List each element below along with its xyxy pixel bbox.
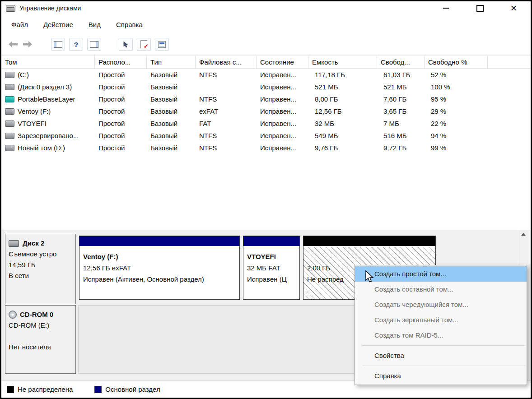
check-document-button[interactable]: [137, 38, 151, 51]
back-button[interactable]: [9, 41, 18, 47]
volume-table-header: Том Располо... Тип Файловая с... Состоян…: [1, 56, 531, 69]
column-header-filesystem[interactable]: Файловая с...: [196, 56, 257, 68]
cdrom-state: Нет носителя: [9, 342, 74, 353]
menu-separator: [362, 345, 525, 346]
disk2-info-panel[interactable]: Диск 2 Съемное устро 14,59 ГБ В сети: [5, 234, 76, 304]
volume-status: Исправен...: [257, 107, 308, 115]
column-header-free[interactable]: Свобод...: [377, 56, 425, 68]
table-row[interactable]: PortableBaseLayer Простой Базовый NTFS И…: [1, 93, 531, 105]
disk2-label: Диск 2: [23, 238, 44, 249]
toolbar: ?: [1, 34, 531, 55]
volume-name: VTOYEFI: [18, 120, 47, 127]
volume-free: 61,03 ГБ: [377, 71, 425, 79]
volume-name: Ventoy (F:): [18, 107, 51, 115]
volume-layout: Простой: [95, 83, 147, 91]
volume-free-pct: 99 %: [425, 144, 488, 152]
volume-type: Базовый: [147, 83, 196, 91]
action-pane-button[interactable]: [87, 38, 101, 51]
partition-size: 32 МБ FAT: [247, 262, 299, 274]
mouse-cursor: [364, 270, 375, 284]
menu-item-properties[interactable]: Свойства: [355, 348, 527, 363]
back-arrow-icon: [9, 41, 18, 47]
window-title: Управление дисками: [19, 5, 81, 12]
forward-arrow-icon: [23, 41, 32, 47]
table-row[interactable]: Зарезервировано... Простой Базовый NTFS …: [1, 130, 531, 142]
menu-separator: [362, 366, 525, 366]
volume-layout: Простой: [95, 71, 147, 79]
volume-capacity: 9,76 ГБ: [308, 144, 377, 152]
minimize-icon: [443, 8, 449, 9]
volume-status: Исправен...: [257, 95, 308, 103]
console-tree-button[interactable]: [51, 38, 65, 51]
table-row[interactable]: (C:) Простой Базовый NTFS Исправен... 11…: [1, 69, 531, 81]
volume-icon: [5, 121, 14, 127]
volume-layout: Простой: [95, 144, 147, 152]
volume-fs: exFAT: [196, 107, 257, 115]
menu-file[interactable]: Файл: [11, 21, 28, 28]
window-controls: ×: [429, 1, 531, 15]
volume-type: Базовый: [147, 71, 196, 79]
volume-capacity: 32 МБ: [308, 120, 377, 127]
volume-layout: Простой: [95, 120, 147, 127]
volume-free: 7 МБ: [377, 120, 425, 127]
volume-icon: [5, 96, 14, 102]
action-pane-icon: [90, 41, 98, 48]
volume-icon: [5, 84, 14, 90]
menu-item-create-spanned-volume: Создать составной том...: [355, 282, 527, 297]
volume-capacity: 521 МБ: [308, 83, 377, 91]
volume-list: Том Располо... Тип Файловая с... Состоян…: [1, 56, 531, 154]
console-tree-icon: [54, 41, 62, 48]
volume-free: 3,65 ГБ: [377, 107, 425, 115]
help-button[interactable]: ?: [69, 38, 83, 51]
volume-free-pct: 94 %: [425, 132, 488, 139]
column-header-volume[interactable]: Том: [1, 56, 95, 68]
column-header-status[interactable]: Состояние: [257, 56, 308, 68]
volume-icon: [5, 108, 14, 115]
volume-free-pct: 22 %: [425, 120, 488, 127]
volume-free: 521 МБ: [377, 83, 425, 91]
minimize-button[interactable]: [429, 1, 463, 15]
table-row[interactable]: (Диск 0 раздел 3) Простой Базовый Исправ…: [1, 81, 531, 93]
cdrom-info-panel[interactable]: CD-ROM 0 CD-ROM (E:) Нет носителя: [5, 305, 76, 374]
menu-help[interactable]: Справка: [116, 21, 143, 28]
menu-item-create-simple-volume[interactable]: Создать простой том...: [355, 266, 527, 282]
table-row[interactable]: Новый том (D:) Простой Базовый NTFS Испр…: [1, 142, 531, 154]
column-header-capacity[interactable]: Емкость: [308, 56, 377, 68]
table-row[interactable]: Ventoy (F:) Простой Базовый exFAT Исправ…: [1, 105, 531, 117]
volume-layout: Простой: [95, 132, 147, 139]
cursor-arrow-icon: [364, 270, 375, 283]
scroll-up-icon[interactable]: [521, 233, 526, 236]
volume-capacity: 117,18 ГБ: [308, 71, 377, 79]
column-header-free-pct[interactable]: Свободно %: [425, 56, 488, 68]
volume-fs: NTFS: [196, 71, 257, 79]
list-view-button[interactable]: [155, 38, 169, 51]
close-button[interactable]: ×: [497, 1, 531, 15]
disk-management-window: Управление дисками × Файл Действие Вид С…: [0, 0, 532, 399]
volume-icon: [5, 145, 14, 151]
volume-name: (Диск 0 раздел 3): [18, 83, 72, 91]
pointer-tool-button[interactable]: [119, 38, 133, 51]
menu-action[interactable]: Действие: [43, 21, 73, 28]
volume-name: Новый том (D:): [18, 144, 65, 152]
pointer-icon: [123, 41, 129, 48]
cdrom-label: CD-ROM 0: [20, 309, 53, 320]
volume-free: 9,72 ГБ: [377, 144, 425, 152]
menu-item-help[interactable]: Справка: [355, 368, 527, 384]
partition-ventoy[interactable]: Ventoy (F:) 12,56 ГБ exFAT Исправен (Акт…: [79, 236, 240, 300]
maximize-button[interactable]: [463, 1, 497, 15]
volume-status: Исправен...: [257, 83, 308, 91]
table-row[interactable]: VTOYEFI Простой Базовый FAT Исправен... …: [1, 117, 531, 130]
context-menu: Создать простой том... Создать составной…: [355, 265, 527, 385]
volume-free: 516 МБ: [377, 132, 425, 139]
partition-vtoyefi[interactable]: VTOYEFI 32 МБ FAT Исправен (Ц: [243, 236, 300, 300]
forward-button[interactable]: [23, 41, 32, 47]
volume-fs: FAT: [196, 120, 257, 127]
primary-partition-swatch: [94, 386, 102, 393]
partition-size: 12,56 ГБ exFAT: [83, 262, 239, 274]
menu-view[interactable]: Вид: [89, 21, 101, 28]
volume-type: Базовый: [147, 144, 196, 152]
cd-disc-icon: [9, 311, 17, 319]
column-header-layout[interactable]: Располо...: [95, 56, 147, 68]
column-header-type[interactable]: Тип: [147, 56, 196, 68]
volume-fs: NTFS: [196, 144, 257, 152]
